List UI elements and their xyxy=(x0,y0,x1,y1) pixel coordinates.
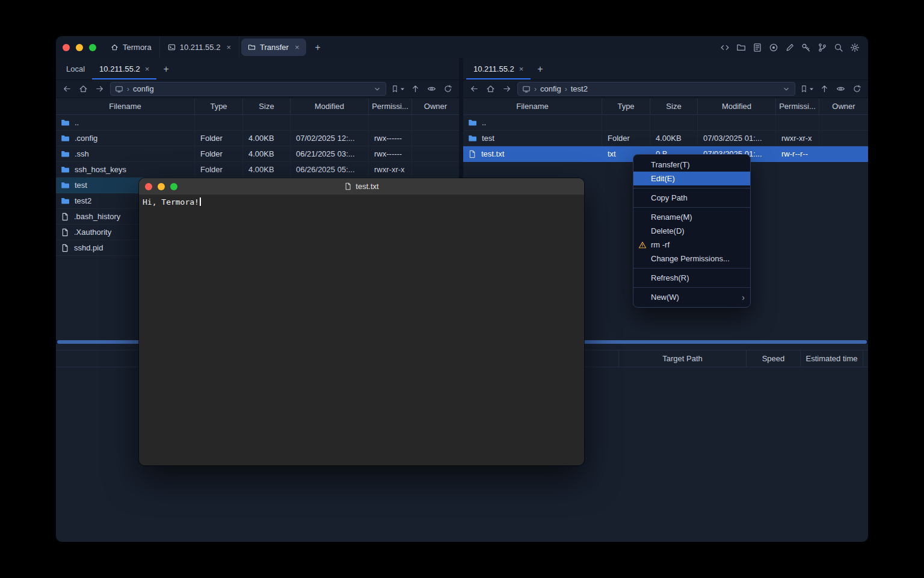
menu-item-new-w[interactable]: New(W)› xyxy=(633,290,750,304)
cell-modified: 06/21/2025 03:... xyxy=(291,146,369,161)
column-header-permissi[interactable]: Permissi... xyxy=(369,98,412,114)
cell-permissions: rwx------ xyxy=(369,146,412,161)
app-tab-10-211-55-2[interactable]: 10.211.55.2× xyxy=(160,36,239,58)
record-icon xyxy=(769,43,778,52)
path-segment[interactable]: test2 xyxy=(571,84,588,93)
forward-button[interactable] xyxy=(91,82,108,96)
home-button[interactable] xyxy=(482,82,499,96)
menu-item-rename-m[interactable]: Rename(M) xyxy=(633,210,750,224)
back-button[interactable] xyxy=(59,82,75,96)
minimize-window-button[interactable] xyxy=(76,44,83,51)
path-dropdown-icon[interactable] xyxy=(373,85,381,93)
tab-close-icon[interactable]: × xyxy=(295,43,300,52)
pane-tab-10-211-55-2[interactable]: 10.211.55.2× xyxy=(466,58,531,79)
path-field[interactable]: ›config xyxy=(110,82,386,96)
branch-button[interactable] xyxy=(816,41,828,54)
up-button[interactable] xyxy=(816,82,833,96)
search-button[interactable] xyxy=(833,41,845,54)
bookmark-button[interactable] xyxy=(798,82,816,96)
app-tab-termora[interactable]: Termora xyxy=(103,36,160,58)
column-header-owner[interactable]: Owner xyxy=(412,98,459,114)
file-row-ssh-host-keys[interactable]: ssh_host_keysFolder4.00KB06/26/2025 05:.… xyxy=(56,162,459,178)
pane-tab-local[interactable]: Local xyxy=(59,58,92,79)
breadcrumb-separator: › xyxy=(127,85,129,93)
editor-window-controls xyxy=(145,178,177,194)
bookmark-button[interactable] xyxy=(389,82,407,96)
column-header-filename[interactable]: Filename xyxy=(463,98,602,114)
file-icon xyxy=(61,244,69,252)
menu-item-edit-e[interactable]: Edit(E) xyxy=(633,172,750,185)
file-row-test[interactable]: testFolder4.00KB07/03/2025 01:...rwxr-xr… xyxy=(463,131,868,146)
code-button[interactable] xyxy=(719,41,731,54)
up-button[interactable] xyxy=(407,82,424,96)
document-button[interactable] xyxy=(751,41,763,54)
record-button[interactable] xyxy=(768,41,780,54)
folder-button[interactable] xyxy=(735,41,747,54)
refresh-button[interactable] xyxy=(849,82,865,96)
filename-text: .Xauthority xyxy=(74,228,111,237)
zoom-window-button[interactable] xyxy=(89,44,96,51)
path-dropdown-icon[interactable] xyxy=(782,85,790,93)
menu-item-copy-path[interactable]: Copy Path xyxy=(633,191,750,205)
menu-item-label: New(W) xyxy=(651,293,679,302)
home-button[interactable] xyxy=(75,82,91,96)
zoom-window-button[interactable] xyxy=(170,183,177,190)
eye-icon xyxy=(427,84,436,93)
close-window-button[interactable] xyxy=(145,183,152,190)
file-row-config[interactable]: .configFolder4.00KB07/02/2025 12:...rwx-… xyxy=(56,131,459,146)
column-header-modified[interactable]: Modified xyxy=(698,98,776,114)
tab-close-icon[interactable]: × xyxy=(226,43,231,52)
column-header-owner[interactable]: Owner xyxy=(819,98,868,114)
path-segment[interactable]: config xyxy=(133,84,154,93)
forward-button[interactable] xyxy=(499,82,515,96)
tab-close-icon[interactable]: × xyxy=(145,64,150,73)
key-button[interactable] xyxy=(800,41,812,54)
queue-column-estimated-time: Estimated time xyxy=(800,350,863,367)
column-header-size[interactable]: Size xyxy=(650,98,698,114)
column-header-permissi[interactable]: Permissi... xyxy=(776,98,819,114)
cell-owner xyxy=(412,162,459,177)
file-row-item[interactable]: .. xyxy=(56,115,459,131)
preview-button[interactable] xyxy=(424,82,440,96)
cell-size xyxy=(650,115,698,130)
new-pane-tab-button[interactable]: + xyxy=(531,58,549,79)
back-button[interactable] xyxy=(466,82,482,96)
filename-text: test2 xyxy=(75,196,91,205)
right-file-table-header: FilenameTypeSizeModifiedPermissi...Owner xyxy=(463,98,868,115)
menu-item-change-permissions[interactable]: Change Permissions... xyxy=(633,252,750,266)
file-row-ssh[interactable]: .sshFolder4.00KB06/21/2025 03:...rwx----… xyxy=(56,146,459,162)
pencil-button[interactable] xyxy=(784,41,796,54)
new-pane-tab-button[interactable]: + xyxy=(156,58,175,79)
breadcrumb-separator: › xyxy=(565,85,567,93)
file-row-item[interactable]: .. xyxy=(463,115,868,131)
close-window-button[interactable] xyxy=(63,44,70,51)
document-icon xyxy=(753,43,762,52)
preview-button[interactable] xyxy=(833,82,849,96)
home-icon xyxy=(79,84,88,93)
pencil-icon xyxy=(785,43,795,52)
path-field[interactable]: ›config›test2 xyxy=(517,82,795,96)
path-segment[interactable]: config xyxy=(540,84,561,93)
tab-close-icon[interactable]: × xyxy=(519,64,524,73)
pane-tab-10-211-55-2[interactable]: 10.211.55.2× xyxy=(92,58,156,79)
column-header-size[interactable]: Size xyxy=(243,98,291,114)
column-header-type[interactable]: Type xyxy=(602,98,650,114)
menu-item-rm-rf[interactable]: rm -rf xyxy=(633,238,750,252)
column-header-type[interactable]: Type xyxy=(195,98,243,114)
menu-separator xyxy=(633,188,750,188)
context-menu: Transfer(T)Edit(E)Copy PathRename(M)Dele… xyxy=(633,154,751,308)
menu-item-refresh-r[interactable]: Refresh(R) xyxy=(633,271,750,285)
minimize-window-button[interactable] xyxy=(158,183,165,190)
editor-content[interactable]: Hi, Termora! xyxy=(139,195,584,209)
new-tab-button[interactable]: + xyxy=(308,36,328,58)
cell-size xyxy=(243,115,291,130)
gear-button[interactable] xyxy=(849,41,861,54)
cell-filename: test.txt xyxy=(463,146,602,161)
refresh-button[interactable] xyxy=(440,82,456,96)
app-tab-transfer[interactable]: Transfer× xyxy=(241,39,306,56)
column-header-filename[interactable]: Filename xyxy=(56,98,195,114)
folder-icon xyxy=(61,134,70,143)
menu-item-transfer-t[interactable]: Transfer(T) xyxy=(633,158,750,172)
menu-item-delete-d[interactable]: Delete(D) xyxy=(633,224,750,238)
column-header-modified[interactable]: Modified xyxy=(291,98,369,114)
